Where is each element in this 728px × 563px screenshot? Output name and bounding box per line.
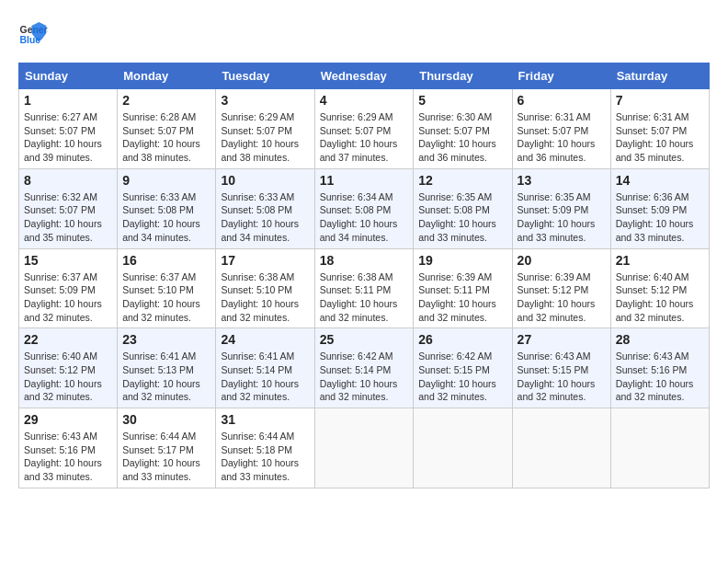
header-saturday: Saturday <box>610 63 709 89</box>
daylight-label: Daylight: 10 hours and 34 minutes. <box>320 218 398 243</box>
day-number: 7 <box>616 93 704 108</box>
day-number: 24 <box>221 332 309 347</box>
calendar-cell: 26 Sunrise: 6:42 AM Sunset: 5:15 PM Dayl… <box>414 328 512 408</box>
daylight-label: Daylight: 10 hours and 33 minutes. <box>518 218 596 243</box>
sunset-label: Sunset: 5:17 PM <box>122 444 194 455</box>
day-number: 9 <box>122 173 210 188</box>
daylight-label: Daylight: 10 hours and 33 minutes. <box>24 457 102 482</box>
sunrise-label: Sunrise: 6:44 AM <box>221 431 294 442</box>
day-detail: Sunrise: 6:39 AM Sunset: 5:12 PM Dayligh… <box>518 270 606 325</box>
daylight-label: Daylight: 10 hours and 32 minutes. <box>518 298 596 323</box>
calendar-cell: 23 Sunrise: 6:41 AM Sunset: 5:13 PM Dayl… <box>118 328 216 408</box>
day-detail: Sunrise: 6:42 AM Sunset: 5:15 PM Dayligh… <box>418 350 506 404</box>
calendar-cell: 16 Sunrise: 6:37 AM Sunset: 5:10 PM Dayl… <box>118 248 216 328</box>
calendar-cell: 3 Sunrise: 6:29 AM Sunset: 5:07 PM Dayli… <box>216 89 314 169</box>
daylight-label: Daylight: 10 hours and 33 minutes. <box>122 457 200 482</box>
day-detail: Sunrise: 6:43 AM Sunset: 5:15 PM Dayligh… <box>518 350 606 404</box>
sunrise-label: Sunrise: 6:31 AM <box>616 111 689 122</box>
sunrise-label: Sunrise: 6:29 AM <box>221 111 294 122</box>
calendar-cell: 4 Sunrise: 6:29 AM Sunset: 5:07 PM Dayli… <box>314 89 414 169</box>
sunrise-label: Sunrise: 6:44 AM <box>122 431 196 442</box>
header-sunday: Sunday <box>19 63 118 89</box>
sunrise-label: Sunrise: 6:27 AM <box>24 111 97 122</box>
day-detail: Sunrise: 6:28 AM Sunset: 5:07 PM Dayligh… <box>122 110 210 165</box>
sunrise-label: Sunrise: 6:39 AM <box>418 271 492 282</box>
day-detail: Sunrise: 6:35 AM Sunset: 5:08 PM Dayligh… <box>418 190 506 245</box>
sunset-label: Sunset: 5:07 PM <box>122 125 194 136</box>
calendar-cell: 29 Sunrise: 6:43 AM Sunset: 5:16 PM Dayl… <box>19 408 118 488</box>
day-number: 28 <box>616 332 704 347</box>
calendar-cell: 5 Sunrise: 6:30 AM Sunset: 5:07 PM Dayli… <box>414 89 512 169</box>
day-detail: Sunrise: 6:40 AM Sunset: 5:12 PM Dayligh… <box>24 350 112 404</box>
day-number: 10 <box>221 173 309 188</box>
calendar-cell: 9 Sunrise: 6:33 AM Sunset: 5:08 PM Dayli… <box>118 168 216 248</box>
sunrise-label: Sunrise: 6:40 AM <box>616 271 689 282</box>
calendar-cell: 27 Sunrise: 6:43 AM Sunset: 5:15 PM Dayl… <box>512 328 610 408</box>
sunrise-label: Sunrise: 6:33 AM <box>122 191 196 202</box>
sunrise-label: Sunrise: 6:34 AM <box>320 191 393 202</box>
sunrise-label: Sunrise: 6:39 AM <box>518 271 591 282</box>
daylight-label: Daylight: 10 hours and 38 minutes. <box>122 138 200 163</box>
day-number: 25 <box>320 332 409 347</box>
sunrise-label: Sunrise: 6:38 AM <box>320 271 393 282</box>
sunset-label: Sunset: 5:09 PM <box>518 204 589 215</box>
calendar-cell: 30 Sunrise: 6:44 AM Sunset: 5:17 PM Dayl… <box>118 408 216 488</box>
header-monday: Monday <box>118 63 216 89</box>
calendar-cell: 14 Sunrise: 6:36 AM Sunset: 5:09 PM Dayl… <box>610 168 709 248</box>
sunrise-label: Sunrise: 6:28 AM <box>122 111 196 122</box>
sunrise-label: Sunrise: 6:41 AM <box>221 350 294 362</box>
daylight-label: Daylight: 10 hours and 32 minutes. <box>518 378 596 403</box>
sunrise-label: Sunrise: 6:37 AM <box>122 271 196 282</box>
daylight-label: Daylight: 10 hours and 32 minutes. <box>320 298 398 323</box>
day-number: 15 <box>24 253 112 268</box>
sunrise-label: Sunrise: 6:42 AM <box>418 350 492 362</box>
sunset-label: Sunset: 5:08 PM <box>320 204 392 215</box>
day-detail: Sunrise: 6:43 AM Sunset: 5:16 PM Dayligh… <box>616 350 704 404</box>
daylight-label: Daylight: 10 hours and 32 minutes. <box>122 378 200 403</box>
sunset-label: Sunset: 5:09 PM <box>616 204 688 215</box>
day-detail: Sunrise: 6:42 AM Sunset: 5:14 PM Dayligh… <box>320 350 409 404</box>
calendar-cell: 11 Sunrise: 6:34 AM Sunset: 5:08 PM Dayl… <box>314 168 414 248</box>
sunset-label: Sunset: 5:09 PM <box>24 284 96 295</box>
daylight-label: Daylight: 10 hours and 35 minutes. <box>616 138 694 163</box>
daylight-label: Daylight: 10 hours and 36 minutes. <box>518 138 596 163</box>
day-number: 13 <box>518 173 606 188</box>
daylight-label: Daylight: 10 hours and 32 minutes. <box>320 378 398 403</box>
calendar-cell: 7 Sunrise: 6:31 AM Sunset: 5:07 PM Dayli… <box>610 89 709 169</box>
daylight-label: Daylight: 10 hours and 32 minutes. <box>221 298 299 323</box>
calendar-cell: 6 Sunrise: 6:31 AM Sunset: 5:07 PM Dayli… <box>512 89 610 169</box>
day-detail: Sunrise: 6:44 AM Sunset: 5:17 PM Dayligh… <box>122 430 210 484</box>
day-number: 17 <box>221 253 309 268</box>
calendar-cell: 10 Sunrise: 6:33 AM Sunset: 5:08 PM Dayl… <box>216 168 314 248</box>
daylight-label: Daylight: 10 hours and 37 minutes. <box>320 138 398 163</box>
calendar-cell <box>314 408 414 488</box>
sunset-label: Sunset: 5:15 PM <box>418 364 490 375</box>
sunset-label: Sunset: 5:15 PM <box>518 364 589 375</box>
day-number: 31 <box>221 412 309 427</box>
sunset-label: Sunset: 5:11 PM <box>320 284 392 295</box>
sunrise-label: Sunrise: 6:30 AM <box>418 111 492 122</box>
day-detail: Sunrise: 6:37 AM Sunset: 5:09 PM Dayligh… <box>24 270 112 325</box>
day-number: 1 <box>24 93 112 108</box>
daylight-label: Daylight: 10 hours and 32 minutes. <box>616 378 694 403</box>
sunset-label: Sunset: 5:12 PM <box>616 284 688 295</box>
sunset-label: Sunset: 5:12 PM <box>518 284 589 295</box>
calendar-cell: 19 Sunrise: 6:39 AM Sunset: 5:11 PM Dayl… <box>414 248 512 328</box>
sunrise-label: Sunrise: 6:43 AM <box>24 431 97 442</box>
day-number: 8 <box>24 173 112 188</box>
daylight-label: Daylight: 10 hours and 32 minutes. <box>24 378 102 403</box>
calendar-cell: 12 Sunrise: 6:35 AM Sunset: 5:08 PM Dayl… <box>414 168 512 248</box>
logo: General Blue <box>18 18 53 48</box>
sunset-label: Sunset: 5:07 PM <box>418 125 490 136</box>
sunset-label: Sunset: 5:18 PM <box>221 444 292 455</box>
sunrise-label: Sunrise: 6:29 AM <box>320 111 393 122</box>
sunrise-label: Sunrise: 6:33 AM <box>221 191 294 202</box>
sunrise-label: Sunrise: 6:38 AM <box>221 271 294 282</box>
sunset-label: Sunset: 5:07 PM <box>616 125 688 136</box>
calendar-cell <box>610 408 709 488</box>
daylight-label: Daylight: 10 hours and 34 minutes. <box>221 218 299 243</box>
day-detail: Sunrise: 6:31 AM Sunset: 5:07 PM Dayligh… <box>518 110 606 165</box>
day-detail: Sunrise: 6:29 AM Sunset: 5:07 PM Dayligh… <box>320 110 409 165</box>
sunset-label: Sunset: 5:12 PM <box>24 364 96 375</box>
day-detail: Sunrise: 6:33 AM Sunset: 5:08 PM Dayligh… <box>122 190 210 245</box>
